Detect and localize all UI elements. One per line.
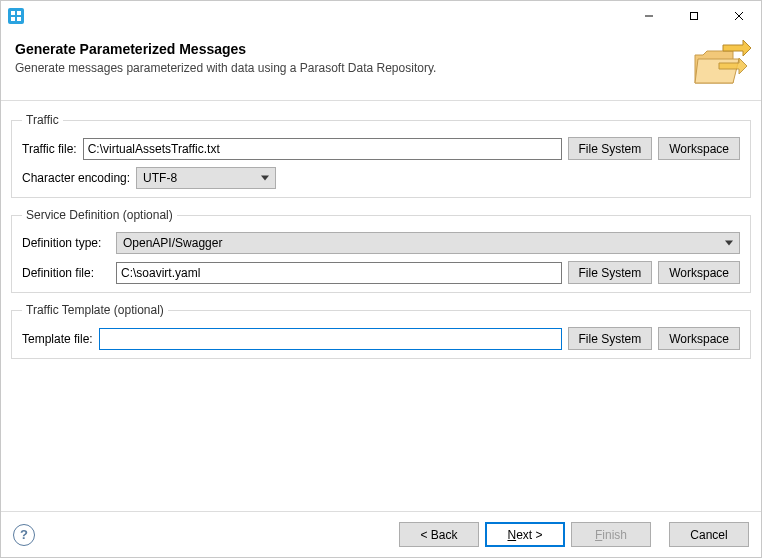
definition-file-system-button[interactable]: File System: [568, 261, 653, 284]
traffic-file-system-button[interactable]: File System: [568, 137, 653, 160]
app-icon: [7, 7, 25, 25]
svg-rect-1: [11, 11, 15, 15]
maximize-button[interactable]: [671, 1, 716, 31]
definition-type-select[interactable]: OpenAPI/Swagger: [116, 232, 740, 254]
template-file-system-button[interactable]: File System: [568, 327, 653, 350]
wizard-footer: ? < Back Next > Finish Cancel: [1, 511, 761, 557]
definition-type-label: Definition type:: [22, 236, 110, 250]
svg-rect-6: [690, 13, 697, 20]
svg-rect-0: [8, 8, 24, 24]
wizard-header: Generate Parameterized Messages Generate…: [1, 31, 761, 101]
traffic-workspace-button[interactable]: Workspace: [658, 137, 740, 160]
svg-rect-3: [11, 17, 15, 21]
help-icon[interactable]: ?: [13, 524, 35, 546]
minimize-button[interactable]: [626, 1, 671, 31]
traffic-legend: Traffic: [22, 113, 63, 127]
svg-rect-2: [17, 11, 21, 15]
encoding-select[interactable]: UTF-8: [136, 167, 276, 189]
service-definition-legend: Service Definition (optional): [22, 208, 177, 222]
traffic-group: Traffic Traffic file: File System Worksp…: [11, 113, 751, 198]
close-button[interactable]: [716, 1, 761, 31]
definition-workspace-button[interactable]: Workspace: [658, 261, 740, 284]
back-button[interactable]: < Back: [399, 522, 479, 547]
wizard-content: Traffic Traffic file: File System Worksp…: [1, 101, 761, 511]
traffic-template-group: Traffic Template (optional) Template fil…: [11, 303, 751, 359]
finish-button: Finish: [571, 522, 651, 547]
template-file-label: Template file:: [22, 332, 93, 346]
service-definition-group: Service Definition (optional) Definition…: [11, 208, 751, 293]
encoding-label: Character encoding:: [22, 171, 130, 185]
template-file-input[interactable]: [99, 328, 562, 350]
definition-file-input[interactable]: [116, 262, 562, 284]
page-subtitle: Generate messages parameterized with dat…: [15, 61, 747, 75]
traffic-template-legend: Traffic Template (optional): [22, 303, 168, 317]
template-workspace-button[interactable]: Workspace: [658, 327, 740, 350]
wizard-window: Generate Parameterized Messages Generate…: [0, 0, 762, 558]
traffic-file-label: Traffic file:: [22, 142, 77, 156]
cancel-button[interactable]: Cancel: [669, 522, 749, 547]
traffic-file-input[interactable]: [83, 138, 562, 160]
next-button[interactable]: Next >: [485, 522, 565, 547]
page-title: Generate Parameterized Messages: [15, 41, 747, 57]
svg-rect-4: [17, 17, 21, 21]
titlebar: [1, 1, 761, 31]
definition-file-label: Definition file:: [22, 266, 110, 280]
folder-export-icon: [689, 35, 751, 93]
